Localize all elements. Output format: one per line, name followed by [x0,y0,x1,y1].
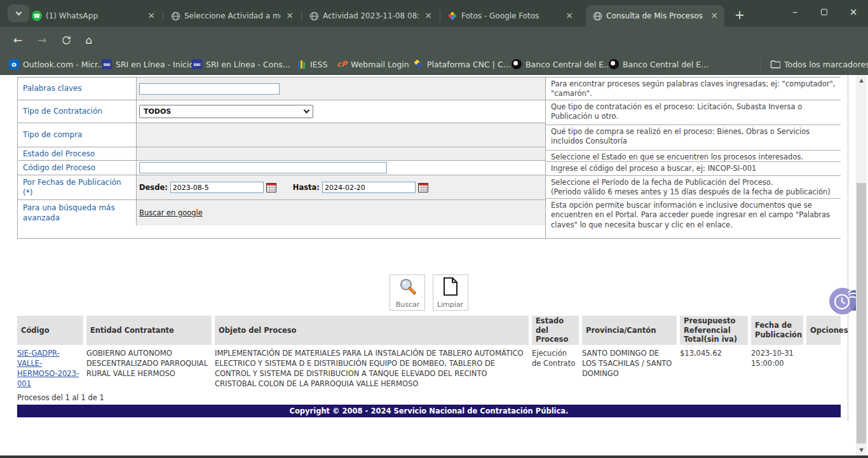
form-row-busqueda-avanzada: Para una búsqueda más avanzada Buscar en… [18,200,545,226]
bookmark-banco-central-2[interactable]: Banco Central del E... [609,58,709,71]
scroll-up-arrow[interactable]: ▲ [856,77,867,83]
buscar-en-google-link[interactable]: Buscar en google [139,208,203,217]
browser-toolbar: ← → ⌂ compraspublicas.gob.ec/ProcesoCont… [0,27,868,53]
tab-consulta-procesos-active[interactable]: Consulta de Mis Procesos × [586,5,724,27]
bookmark-label: Plataforma CNC | C... [427,60,511,69]
calendar-icon[interactable] [418,183,428,192]
field-label: Palabras claves [18,77,136,100]
bookmark-plataforma-cnc[interactable]: Plataforma CNC | C... [413,58,511,71]
proceso-link[interactable]: SIE-GADPR-VALLE-HERMOSO-2023-001 [17,349,79,388]
tab-seleccione-actividad[interactable]: Seleccione Actividad a modif × [164,5,300,27]
cpanel-icon: cP [337,59,347,69]
sri-icon: SRI [102,59,112,69]
column-header-estado[interactable]: Estado del Proceso [532,316,579,345]
bookmark-banco-central-1[interactable]: Banco Central del E... [512,58,611,71]
codigo-proceso-input[interactable] [139,162,387,173]
cell-entidad: GOBIERNO AUTONOMO DESCENTRALIZADO PARROQ… [86,349,212,379]
winged-clock-icon [829,286,859,315]
form-row-codigo: Código del Proceso [18,161,545,175]
home-button[interactable]: ⌂ [80,31,98,49]
window-bottom-edge [0,455,868,458]
selected-option: TODOS [144,107,304,116]
browser-window: ☎ (1) WhatsApp × Seleccione Actividad a … [0,0,868,458]
field-label: Por Fechas de Publicación (*) [18,175,136,199]
help-text: Para encontrar procesos según palabras c… [546,77,841,100]
chevron-down-icon [304,107,310,114]
forward-button[interactable]: → [33,31,51,49]
bookmark-label: SRI en Línea - Inicio [116,60,194,69]
close-icon[interactable]: × [285,11,295,21]
close-icon[interactable]: × [423,11,433,21]
column-header-entidad[interactable]: Entidad Contratante [86,316,212,345]
all-bookmarks-button[interactable]: Todos los marcadores [770,58,868,71]
iess-icon [296,59,306,69]
bookmark-label: Outlook.com - Micr... [23,60,105,69]
field-label: Para una búsqueda más avanzada [18,200,136,226]
banco-central-icon [512,59,522,69]
help-line: Seleccione el Período de la fecha de Pub… [551,178,836,187]
column-header-opciones[interactable]: Opciones [806,316,841,345]
vertical-scrollbar[interactable]: ▲ ▼ [856,75,867,455]
cell-objeto: IMPLEMENTACIÓN DE MATERIALES PARA LA INS… [215,349,529,389]
maximize-button[interactable] [810,0,839,24]
bookmark-label: Todos los marcadores [784,60,868,69]
column-header-objeto[interactable]: Objeto del Proceso [215,316,529,345]
page-border [848,75,848,421]
close-icon[interactable]: × [146,11,156,21]
help-text: Seleccione el Período de la fecha de Pub… [546,176,841,199]
tab-actividad[interactable]: Actividad 2023-11-08 08:00:0 × [302,5,438,27]
column-header-codigo[interactable]: Código [17,316,83,345]
field-label: Código del Proceso [18,161,136,175]
bookmarks-bar: o Outlook.com - Micr... SRI SRI en Línea… [0,53,868,75]
tab-google-fotos[interactable]: Fotos - Google Fotos × [441,5,580,27]
banco-central-icon [609,59,619,69]
bookmark-outlook[interactable]: o Outlook.com - Micr... [9,58,105,71]
hasta-label: Hasta: [293,183,320,192]
column-header-provincia[interactable]: Provincia/Cantón [582,316,677,345]
folder-icon [770,59,780,69]
magnifier-icon [398,277,417,299]
bookmark-label: Banco Central del E... [623,60,709,69]
tab-separator [163,11,163,21]
buscar-button[interactable]: Buscar [390,274,425,311]
help-text: Que tipo de contratación es el proceso: … [546,100,841,125]
tab-whatsapp[interactable]: ☎ (1) WhatsApp × [25,5,161,27]
column-header-presupuesto[interactable]: Presupuesto Referencial Total(sin iva) [680,316,748,345]
close-window-button[interactable]: × [839,0,868,24]
form-row-tipo-compra: Tipo de compra [18,123,545,147]
palabras-claves-input[interactable] [139,83,280,95]
cell-provincia: SANTO DOMINGO DE LOS TSACHILAS / SANTO D… [582,349,677,379]
minimize-button[interactable]: – [780,0,810,24]
bookmark-sri-inicio[interactable]: SRI SRI en Línea - Inicio [102,58,194,71]
limpiar-button[interactable]: Limpiar [433,274,468,311]
form-row-fechas: Por Fechas de Publicación (*) Desde: Has… [18,175,545,200]
form-fields: Palabras claves Tipo de Contratación TOD… [18,77,545,238]
tab-separator [440,11,440,21]
column-header-fecha[interactable]: Fecha de Publicación [751,316,803,345]
reload-button[interactable] [57,31,75,49]
back-button[interactable]: ← [9,31,27,49]
tab-title: (1) WhatsApp [46,11,142,20]
scroll-down-arrow[interactable]: ▼ [856,447,867,453]
window-controls: – × [780,0,868,27]
bookmark-iess[interactable]: IESS [296,58,327,71]
scrollbar-thumb[interactable] [857,183,866,443]
bookmark-sri-consultas[interactable]: SRI SRI en Línea - Cons... [192,58,290,71]
bookmarks-separator [760,58,761,70]
google-photos-icon [447,11,458,21]
fecha-hasta-input[interactable] [322,182,416,193]
tab-title: Fotos - Google Fotos [461,11,560,20]
tipo-contratacion-select[interactable]: TODOS [139,105,313,118]
calendar-icon[interactable] [266,183,276,192]
footer-bar: Copyright © 2008 - 2024 Servicio Naciona… [17,405,841,417]
results-summary: Procesos del 1 al 1 de 1 [17,393,104,402]
close-icon[interactable]: × [709,11,719,21]
blank-document-icon [442,277,459,299]
close-icon[interactable]: × [564,11,574,21]
tab-title: Seleccione Actividad a modif [184,11,281,20]
bookmark-webmail[interactable]: cP Webmail Login [337,58,409,71]
fecha-desde-input[interactable] [170,182,264,193]
tab-title: Consulta de Mis Procesos [606,11,705,20]
new-tab-button[interactable]: + [731,6,749,24]
desde-label: Desde: [139,183,168,192]
